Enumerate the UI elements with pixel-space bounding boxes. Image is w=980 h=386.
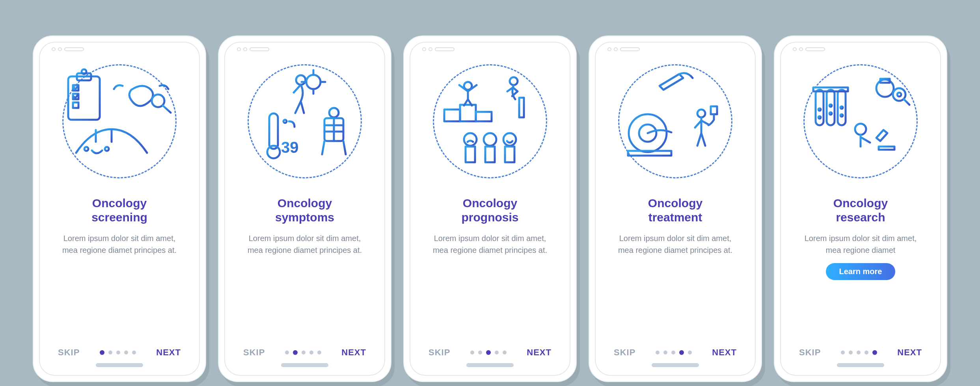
content-area: Oncologyresearch Lorem ipsum dolor sit d… xyxy=(797,184,924,347)
body-text: Lorem ipsum dolor sit dim amet, mea regi… xyxy=(612,232,738,256)
svg-rect-27 xyxy=(476,112,492,121)
nav-bar: SKIP NEXT xyxy=(56,347,183,358)
screen-title: Oncologysymptoms xyxy=(241,196,369,225)
page-dot[interactable] xyxy=(116,351,120,354)
svg-point-59 xyxy=(818,116,821,119)
skip-button[interactable]: SKIP xyxy=(58,347,80,358)
svg-line-67 xyxy=(904,99,909,105)
page-dot[interactable] xyxy=(124,351,128,354)
svg-rect-48 xyxy=(628,151,671,156)
onboarding-screens-row: Oncologyscreening Lorem ipsum dolor sit … xyxy=(16,16,964,386)
skip-button[interactable]: SKIP xyxy=(429,347,450,358)
svg-line-10 xyxy=(163,106,171,113)
page-dot[interactable] xyxy=(656,351,660,354)
skip-button[interactable]: SKIP xyxy=(799,347,821,358)
page-indicator xyxy=(841,350,877,355)
svg-point-15 xyxy=(329,108,339,117)
body-text: Lorem ipsum dolor sit dim amet, mea regi… xyxy=(427,232,553,256)
svg-rect-43 xyxy=(485,147,495,162)
svg-rect-5 xyxy=(73,102,78,108)
screen-frame: Oncologytreatment Lorem ipsum dolor sit … xyxy=(595,42,756,376)
screen-title: Oncologyscreening xyxy=(56,196,183,225)
illustration-symptoms: 39 xyxy=(241,58,369,184)
page-dot[interactable] xyxy=(663,351,667,354)
body-text: Lorem ipsum dolor sit dim amet, mea regi… xyxy=(797,232,924,256)
svg-point-11 xyxy=(84,147,88,151)
status-notch xyxy=(52,47,84,51)
nav-bar: SKIP NEXT xyxy=(797,347,924,358)
nav-bar: SKIP NEXT xyxy=(241,347,369,358)
page-dot[interactable] xyxy=(108,351,112,354)
page-dot[interactable] xyxy=(132,351,136,354)
svg-point-34 xyxy=(503,133,516,146)
svg-point-58 xyxy=(840,106,843,109)
page-dot[interactable] xyxy=(864,351,868,354)
page-dot[interactable] xyxy=(100,350,104,355)
content-area: Oncologytreatment Lorem ipsum dolor sit … xyxy=(611,184,739,347)
home-indicator xyxy=(837,363,884,367)
phone-mockup-3: Oncologyprognosis Lorem ipsum dolor sit … xyxy=(403,35,577,382)
screen-frame: Oncologyprognosis Lorem ipsum dolor sit … xyxy=(410,42,570,376)
next-button[interactable]: NEXT xyxy=(156,347,181,358)
prognosis-icon xyxy=(427,62,553,180)
body-text: Lorem ipsum dolor sit dim amet, mea regi… xyxy=(242,232,368,256)
svg-point-66 xyxy=(897,93,901,96)
screening-icon xyxy=(56,62,183,180)
status-notch xyxy=(793,47,825,51)
page-dot[interactable] xyxy=(841,351,845,354)
page-dot[interactable] xyxy=(671,351,675,354)
home-indicator xyxy=(96,363,143,367)
page-dot[interactable] xyxy=(503,351,507,354)
treatment-icon xyxy=(612,62,738,180)
screen-frame: 39 Oncologysymptoms Lorem ipsum dolor si… xyxy=(224,42,385,376)
screen-title: Oncologyresearch xyxy=(797,196,924,225)
page-dot[interactable] xyxy=(486,350,491,355)
svg-rect-26 xyxy=(460,105,476,121)
illustration-research xyxy=(797,58,924,184)
content-area: Oncologyscreening Lorem ipsum dolor sit … xyxy=(56,184,183,347)
svg-point-57 xyxy=(829,112,832,115)
skip-button[interactable]: SKIP xyxy=(243,347,265,358)
screen-title: Oncologyprognosis xyxy=(426,196,554,225)
page-dot[interactable] xyxy=(317,351,321,354)
page-dot[interactable] xyxy=(470,351,474,354)
learn-more-button[interactable]: Learn more xyxy=(826,263,896,280)
next-button[interactable]: NEXT xyxy=(712,347,737,358)
svg-point-23 xyxy=(283,120,287,123)
next-button[interactable]: NEXT xyxy=(341,347,366,358)
next-button[interactable]: NEXT xyxy=(527,347,551,358)
page-dot[interactable] xyxy=(302,351,306,354)
page-dot[interactable] xyxy=(478,351,482,354)
svg-point-68 xyxy=(855,124,866,135)
status-notch xyxy=(607,47,640,51)
page-dot[interactable] xyxy=(688,351,692,354)
research-icon xyxy=(797,62,924,180)
content-area: Oncologyprognosis Lorem ipsum dolor sit … xyxy=(426,184,554,347)
page-dot[interactable] xyxy=(495,351,499,354)
svg-rect-44 xyxy=(505,147,514,162)
screen-title: Oncologytreatment xyxy=(611,196,739,225)
skip-button[interactable]: SKIP xyxy=(614,347,635,358)
body-text: Lorem ipsum dolor sit dim amet, mea regi… xyxy=(56,232,183,256)
svg-point-14 xyxy=(306,75,320,89)
nav-bar: SKIP NEXT xyxy=(426,347,554,358)
page-dot[interactable] xyxy=(679,350,684,355)
svg-point-61 xyxy=(840,114,843,117)
svg-rect-54 xyxy=(838,90,846,125)
page-dot[interactable] xyxy=(872,350,877,355)
svg-rect-42 xyxy=(466,147,475,162)
svg-point-29 xyxy=(510,77,518,85)
screen-frame: Oncologyscreening Lorem ipsum dolor sit … xyxy=(39,42,200,376)
page-dot[interactable] xyxy=(849,351,853,354)
page-dot[interactable] xyxy=(309,351,313,354)
svg-point-33 xyxy=(484,133,496,146)
next-button[interactable]: NEXT xyxy=(897,347,922,358)
page-dot[interactable] xyxy=(293,350,298,355)
page-dot[interactable] xyxy=(857,351,861,354)
illustration-screening xyxy=(56,58,183,184)
page-dot[interactable] xyxy=(285,351,289,354)
svg-point-13 xyxy=(296,75,306,85)
illustration-prognosis xyxy=(426,58,554,184)
svg-point-56 xyxy=(818,108,821,111)
svg-point-12 xyxy=(105,147,109,151)
